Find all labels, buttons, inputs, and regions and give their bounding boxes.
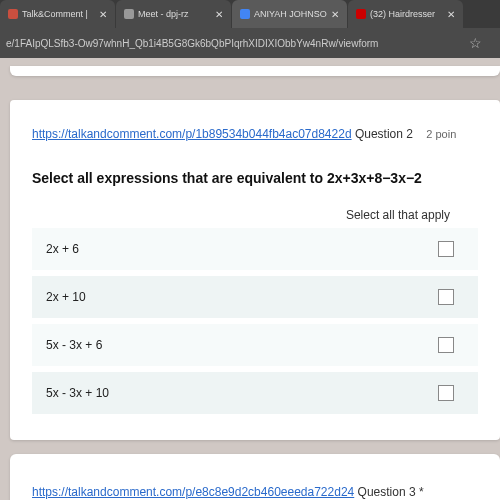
option-row[interactable]: 2x + 6 <box>32 228 478 270</box>
favicon-icon <box>240 9 250 19</box>
tab-label: ANIYAH JOHNSO <box>254 9 327 19</box>
question-points: 2 poin <box>426 128 456 140</box>
close-icon[interactable]: ✕ <box>447 9 455 20</box>
audio-link[interactable]: https://talkandcomment.com/p/e8c8e9d2cb4… <box>32 485 354 499</box>
close-icon[interactable]: ✕ <box>99 9 107 20</box>
url-text: e/1FAIpQLSfb3-Ow97whnH_Qb1i4B5G8Gk6bQbPI… <box>6 38 378 49</box>
question-header: https://talkandcomment.com/p/1b89534b044… <box>32 124 478 142</box>
question-2-card: https://talkandcomment.com/p/1b89534b044… <box>10 100 500 440</box>
tab-youtube[interactable]: (32) Hairdresser ✕ <box>348 0 463 28</box>
option-text: 2x + 6 <box>46 242 438 256</box>
checkbox-icon[interactable] <box>438 289 454 305</box>
tab-form[interactable]: ANIYAH JOHNSO ✕ <box>232 0 347 28</box>
browser-chrome: Talk&Comment | ✕ Meet - dpj-rz ✕ ANIYAH … <box>0 0 500 58</box>
tab-meet[interactable]: Meet - dpj-rz ✕ <box>116 0 231 28</box>
checkbox-icon[interactable] <box>438 241 454 257</box>
tab-strip: Talk&Comment | ✕ Meet - dpj-rz ✕ ANIYAH … <box>0 0 500 28</box>
option-row[interactable]: 5x - 3x + 6 <box>32 324 478 366</box>
option-text: 5x - 3x + 6 <box>46 338 438 352</box>
checkbox-icon[interactable] <box>438 385 454 401</box>
bookmark-star-icon[interactable]: ☆ <box>469 35 494 51</box>
option-row[interactable]: 5x - 3x + 10 <box>32 372 478 414</box>
tab-label: Talk&Comment | <box>22 9 88 19</box>
question-label: Question 3 * <box>354 485 423 499</box>
favicon-icon <box>8 9 18 19</box>
favicon-icon <box>356 9 366 19</box>
previous-question-card <box>10 66 500 76</box>
option-text: 5x - 3x + 10 <box>46 386 438 400</box>
option-row[interactable]: 2x + 10 <box>32 276 478 318</box>
tab-label: Meet - dpj-rz <box>138 9 189 19</box>
close-icon[interactable]: ✕ <box>215 9 223 20</box>
favicon-icon <box>124 9 134 19</box>
tab-talkcomment[interactable]: Talk&Comment | ✕ <box>0 0 115 28</box>
checkbox-icon[interactable] <box>438 337 454 353</box>
url-bar[interactable]: e/1FAIpQLSfb3-Ow97whnH_Qb1i4B5G8Gk6bQbPI… <box>0 28 500 58</box>
option-text: 2x + 10 <box>46 290 438 304</box>
form-page: https://talkandcomment.com/p/1b89534b044… <box>0 58 500 500</box>
question-prompt: Select all expressions that are equivale… <box>32 170 478 186</box>
question-3-card: https://talkandcomment.com/p/e8c8e9d2cb4… <box>10 454 500 500</box>
tab-label: (32) Hairdresser <box>370 9 435 19</box>
audio-link[interactable]: https://talkandcomment.com/p/1b89534b044… <box>32 127 352 141</box>
select-all-header: Select all that apply <box>32 208 478 222</box>
question-label: Question 2 <box>352 127 413 141</box>
question-header: https://talkandcomment.com/p/e8c8e9d2cb4… <box>32 482 478 500</box>
close-icon[interactable]: ✕ <box>331 9 339 20</box>
options-grid: 2x + 6 2x + 10 5x - 3x + 6 5x - 3x + 10 <box>32 228 478 414</box>
